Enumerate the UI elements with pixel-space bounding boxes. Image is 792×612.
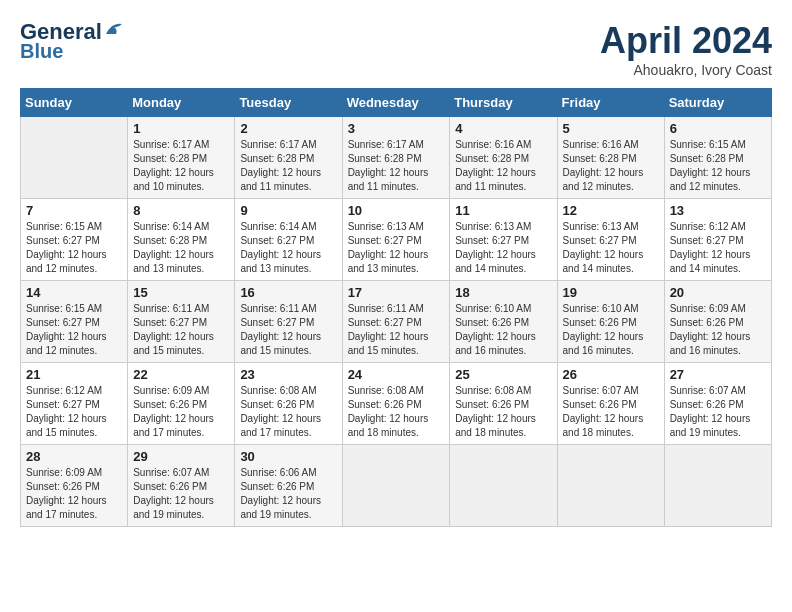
day-number: 10 [348,203,445,218]
day-number: 15 [133,285,229,300]
day-number: 28 [26,449,122,464]
table-row: 18Sunrise: 6:10 AM Sunset: 6:26 PM Dayli… [450,281,557,363]
day-number: 9 [240,203,336,218]
day-number: 7 [26,203,122,218]
day-info: Sunrise: 6:09 AM Sunset: 6:26 PM Dayligh… [133,384,229,440]
day-info: Sunrise: 6:17 AM Sunset: 6:28 PM Dayligh… [240,138,336,194]
day-number: 13 [670,203,766,218]
table-row: 1Sunrise: 6:17 AM Sunset: 6:28 PM Daylig… [128,117,235,199]
table-row: 30Sunrise: 6:06 AM Sunset: 6:26 PM Dayli… [235,445,342,527]
day-info: Sunrise: 6:11 AM Sunset: 6:27 PM Dayligh… [240,302,336,358]
day-info: Sunrise: 6:15 AM Sunset: 6:28 PM Dayligh… [670,138,766,194]
day-number: 12 [563,203,659,218]
day-number: 30 [240,449,336,464]
calendar-week-row: 14Sunrise: 6:15 AM Sunset: 6:27 PM Dayli… [21,281,772,363]
table-row: 5Sunrise: 6:16 AM Sunset: 6:28 PM Daylig… [557,117,664,199]
day-number: 1 [133,121,229,136]
day-number: 24 [348,367,445,382]
day-info: Sunrise: 6:17 AM Sunset: 6:28 PM Dayligh… [348,138,445,194]
table-row: 13Sunrise: 6:12 AM Sunset: 6:27 PM Dayli… [664,199,771,281]
day-info: Sunrise: 6:16 AM Sunset: 6:28 PM Dayligh… [455,138,551,194]
day-info: Sunrise: 6:12 AM Sunset: 6:27 PM Dayligh… [26,384,122,440]
day-info: Sunrise: 6:13 AM Sunset: 6:27 PM Dayligh… [455,220,551,276]
day-info: Sunrise: 6:14 AM Sunset: 6:28 PM Dayligh… [133,220,229,276]
day-info: Sunrise: 6:12 AM Sunset: 6:27 PM Dayligh… [670,220,766,276]
day-info: Sunrise: 6:17 AM Sunset: 6:28 PM Dayligh… [133,138,229,194]
table-row: 4Sunrise: 6:16 AM Sunset: 6:28 PM Daylig… [450,117,557,199]
calendar-table: Sunday Monday Tuesday Wednesday Thursday… [20,88,772,527]
header-thursday: Thursday [450,89,557,117]
day-number: 14 [26,285,122,300]
header-sunday: Sunday [21,89,128,117]
day-number: 25 [455,367,551,382]
table-row: 2Sunrise: 6:17 AM Sunset: 6:28 PM Daylig… [235,117,342,199]
day-info: Sunrise: 6:07 AM Sunset: 6:26 PM Dayligh… [563,384,659,440]
day-info: Sunrise: 6:15 AM Sunset: 6:27 PM Dayligh… [26,220,122,276]
logo-bird-icon [104,20,126,38]
day-number: 23 [240,367,336,382]
day-number: 6 [670,121,766,136]
day-number: 20 [670,285,766,300]
day-info: Sunrise: 6:08 AM Sunset: 6:26 PM Dayligh… [455,384,551,440]
day-number: 22 [133,367,229,382]
page-header: General Blue April 2024 Ahouakro, Ivory … [20,20,772,78]
calendar-week-row: 1Sunrise: 6:17 AM Sunset: 6:28 PM Daylig… [21,117,772,199]
weekday-header-row: Sunday Monday Tuesday Wednesday Thursday… [21,89,772,117]
table-row: 15Sunrise: 6:11 AM Sunset: 6:27 PM Dayli… [128,281,235,363]
day-number: 18 [455,285,551,300]
table-row [664,445,771,527]
table-row: 14Sunrise: 6:15 AM Sunset: 6:27 PM Dayli… [21,281,128,363]
day-info: Sunrise: 6:07 AM Sunset: 6:26 PM Dayligh… [670,384,766,440]
header-saturday: Saturday [664,89,771,117]
logo: General Blue [20,20,126,62]
table-row: 17Sunrise: 6:11 AM Sunset: 6:27 PM Dayli… [342,281,450,363]
header-tuesday: Tuesday [235,89,342,117]
table-row [21,117,128,199]
table-row: 23Sunrise: 6:08 AM Sunset: 6:26 PM Dayli… [235,363,342,445]
table-row: 12Sunrise: 6:13 AM Sunset: 6:27 PM Dayli… [557,199,664,281]
table-row: 9Sunrise: 6:14 AM Sunset: 6:27 PM Daylig… [235,199,342,281]
header-friday: Friday [557,89,664,117]
day-number: 21 [26,367,122,382]
day-number: 2 [240,121,336,136]
table-row: 19Sunrise: 6:10 AM Sunset: 6:26 PM Dayli… [557,281,664,363]
table-row: 28Sunrise: 6:09 AM Sunset: 6:26 PM Dayli… [21,445,128,527]
calendar-week-row: 7Sunrise: 6:15 AM Sunset: 6:27 PM Daylig… [21,199,772,281]
day-info: Sunrise: 6:08 AM Sunset: 6:26 PM Dayligh… [348,384,445,440]
day-info: Sunrise: 6:15 AM Sunset: 6:27 PM Dayligh… [26,302,122,358]
day-info: Sunrise: 6:09 AM Sunset: 6:26 PM Dayligh… [670,302,766,358]
day-info: Sunrise: 6:16 AM Sunset: 6:28 PM Dayligh… [563,138,659,194]
day-number: 19 [563,285,659,300]
table-row: 24Sunrise: 6:08 AM Sunset: 6:26 PM Dayli… [342,363,450,445]
header-wednesday: Wednesday [342,89,450,117]
table-row: 16Sunrise: 6:11 AM Sunset: 6:27 PM Dayli… [235,281,342,363]
day-number: 17 [348,285,445,300]
table-row: 29Sunrise: 6:07 AM Sunset: 6:26 PM Dayli… [128,445,235,527]
day-info: Sunrise: 6:07 AM Sunset: 6:26 PM Dayligh… [133,466,229,522]
table-row: 11Sunrise: 6:13 AM Sunset: 6:27 PM Dayli… [450,199,557,281]
day-info: Sunrise: 6:14 AM Sunset: 6:27 PM Dayligh… [240,220,336,276]
day-info: Sunrise: 6:09 AM Sunset: 6:26 PM Dayligh… [26,466,122,522]
table-row: 8Sunrise: 6:14 AM Sunset: 6:28 PM Daylig… [128,199,235,281]
header-monday: Monday [128,89,235,117]
location-subtitle: Ahouakro, Ivory Coast [600,62,772,78]
day-number: 11 [455,203,551,218]
table-row [342,445,450,527]
table-row: 26Sunrise: 6:07 AM Sunset: 6:26 PM Dayli… [557,363,664,445]
table-row: 22Sunrise: 6:09 AM Sunset: 6:26 PM Dayli… [128,363,235,445]
month-title: April 2024 [600,20,772,62]
day-info: Sunrise: 6:13 AM Sunset: 6:27 PM Dayligh… [348,220,445,276]
table-row: 27Sunrise: 6:07 AM Sunset: 6:26 PM Dayli… [664,363,771,445]
calendar-week-row: 21Sunrise: 6:12 AM Sunset: 6:27 PM Dayli… [21,363,772,445]
table-row: 6Sunrise: 6:15 AM Sunset: 6:28 PM Daylig… [664,117,771,199]
day-info: Sunrise: 6:10 AM Sunset: 6:26 PM Dayligh… [563,302,659,358]
table-row: 21Sunrise: 6:12 AM Sunset: 6:27 PM Dayli… [21,363,128,445]
day-number: 29 [133,449,229,464]
table-row: 10Sunrise: 6:13 AM Sunset: 6:27 PM Dayli… [342,199,450,281]
day-number: 4 [455,121,551,136]
table-row [450,445,557,527]
title-area: April 2024 Ahouakro, Ivory Coast [600,20,772,78]
day-info: Sunrise: 6:11 AM Sunset: 6:27 PM Dayligh… [133,302,229,358]
day-info: Sunrise: 6:13 AM Sunset: 6:27 PM Dayligh… [563,220,659,276]
table-row: 3Sunrise: 6:17 AM Sunset: 6:28 PM Daylig… [342,117,450,199]
